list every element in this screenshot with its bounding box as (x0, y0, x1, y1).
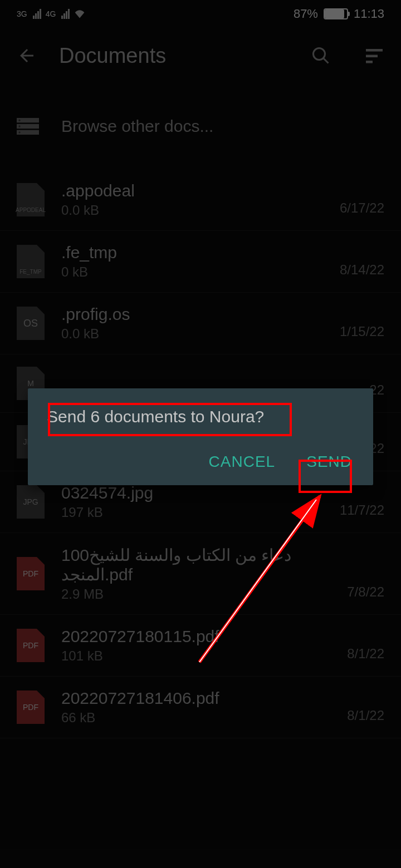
confirm-send-dialog: Send 6 documents to Noura? CANCEL SEND (28, 388, 373, 485)
send-button[interactable]: SEND (304, 448, 354, 475)
dialog-title: Send 6 documents to Noura? (47, 407, 354, 426)
dialog-actions: CANCEL SEND (47, 448, 354, 475)
cancel-button[interactable]: CANCEL (207, 448, 278, 475)
